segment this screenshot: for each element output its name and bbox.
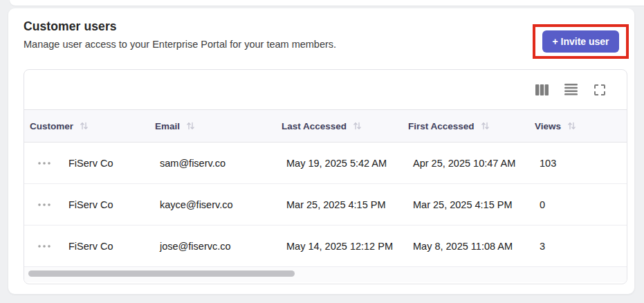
sort-icon bbox=[186, 122, 195, 130]
sort-icon bbox=[80, 122, 89, 130]
table-row: FiServ Co jose@fiservc.co May 14, 2025 1… bbox=[24, 226, 627, 267]
cell-last-accessed: May 14, 2025 12:12 PM bbox=[276, 241, 403, 252]
page-subtitle: Manage user access to your Enterprise Po… bbox=[24, 39, 336, 50]
cell-email: jose@fiservc.co bbox=[149, 241, 276, 252]
table-row: FiServ Co kayce@fiserv.co Mar 25, 2025 4… bbox=[24, 184, 627, 226]
column-header-label: Customer bbox=[30, 121, 73, 131]
invite-user-highlight-box: + Invite user bbox=[533, 24, 629, 59]
cell-first-accessed: Apr 25, 2025 10:47 AM bbox=[403, 158, 529, 169]
table-header-row: Customer Email Last Acce bbox=[24, 109, 627, 143]
sort-icon bbox=[481, 122, 490, 130]
sort-icon bbox=[567, 122, 576, 130]
ellipsis-icon bbox=[38, 162, 50, 165]
sort-icon bbox=[353, 122, 362, 130]
column-header-customer[interactable]: Customer bbox=[24, 121, 149, 131]
column-header-label: Views bbox=[535, 121, 561, 131]
page-title: Customer users bbox=[24, 19, 117, 34]
cell-first-accessed: Mar 25, 2025 4:15 PM bbox=[403, 199, 529, 210]
cell-customer: FiServ Co bbox=[64, 158, 149, 169]
customer-users-card: Customer users Manage user access to you… bbox=[8, 8, 634, 294]
cell-views: 3 bbox=[529, 241, 627, 252]
ellipsis-icon bbox=[38, 203, 50, 206]
cell-last-accessed: May 19, 2025 5:42 AM bbox=[276, 158, 403, 169]
row-height-button[interactable] bbox=[564, 84, 578, 96]
ellipsis-icon bbox=[38, 245, 50, 248]
previous-card-edge bbox=[10, 0, 644, 6]
row-menu-button[interactable] bbox=[37, 242, 52, 250]
cell-first-accessed: May 8, 2025 11:08 AM bbox=[403, 241, 529, 252]
column-header-views[interactable]: Views bbox=[529, 121, 627, 131]
horizontal-scrollbar-thumb[interactable] bbox=[28, 270, 295, 277]
row-actions-cell bbox=[24, 201, 64, 209]
cell-last-accessed: Mar 25, 2025 4:15 PM bbox=[276, 199, 403, 210]
cell-email: kayce@fiserv.co bbox=[149, 199, 276, 210]
table-toolbar bbox=[24, 70, 627, 109]
fullscreen-button[interactable] bbox=[593, 84, 607, 96]
invite-user-button[interactable]: + Invite user bbox=[542, 30, 619, 53]
column-header-last-accessed[interactable]: Last Accessed bbox=[276, 121, 403, 131]
fullscreen-icon bbox=[594, 84, 605, 95]
cell-email: sam@fiserv.co bbox=[149, 158, 276, 169]
column-header-email[interactable]: Email bbox=[149, 121, 276, 131]
cell-customer: FiServ Co bbox=[64, 241, 149, 252]
users-table-container: Customer Email Last Acce bbox=[24, 69, 627, 284]
row-actions-cell bbox=[24, 242, 64, 250]
column-header-first-accessed[interactable]: First Accessed bbox=[403, 121, 529, 131]
horizontal-scrollbar-track[interactable] bbox=[24, 267, 627, 282]
row-menu-button[interactable] bbox=[37, 159, 52, 167]
column-header-label: First Accessed bbox=[408, 121, 475, 131]
column-header-label: Last Accessed bbox=[282, 121, 347, 131]
columns-icon bbox=[535, 84, 549, 95]
table-row: FiServ Co sam@fiserv.co May 19, 2025 5:4… bbox=[24, 143, 627, 184]
row-lines-icon bbox=[564, 84, 578, 95]
column-header-label: Email bbox=[155, 121, 180, 131]
row-actions-cell bbox=[24, 159, 64, 167]
row-menu-button[interactable] bbox=[37, 201, 52, 209]
columns-view-button[interactable] bbox=[535, 84, 549, 96]
cell-views: 0 bbox=[529, 199, 627, 210]
cell-views: 103 bbox=[529, 158, 627, 169]
page: { "card": { "title": "Customer users", "… bbox=[0, 0, 644, 303]
cell-customer: FiServ Co bbox=[64, 199, 149, 210]
